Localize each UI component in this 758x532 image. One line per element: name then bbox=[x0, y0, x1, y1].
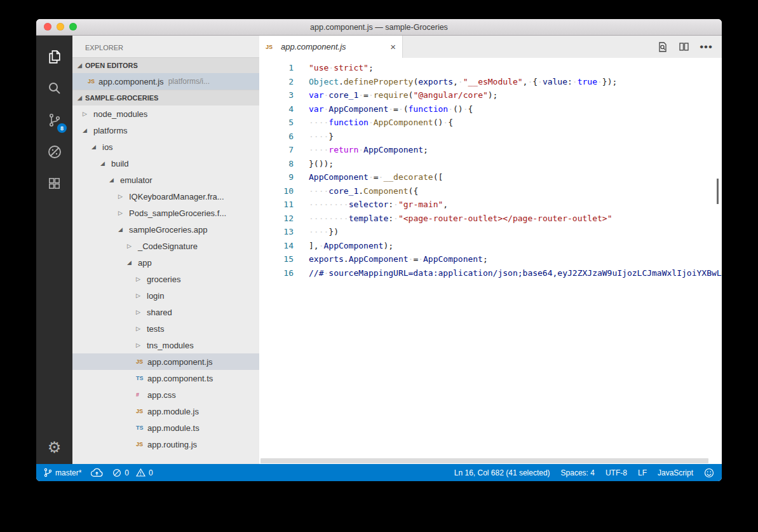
twistie-expanded-icon: ◢ bbox=[78, 62, 82, 69]
line-number[interactable]: 13 bbox=[259, 225, 294, 239]
explorer-sidebar: EXPLORER ◢ OPEN EDITORS JS app.component… bbox=[72, 36, 259, 464]
tree-item-node_modules[interactable]: ▷node_modules bbox=[72, 106, 259, 122]
line-number[interactable]: 4 bbox=[259, 102, 294, 116]
code-line[interactable]: 15exports.AppComponent·=·AppComponent; bbox=[259, 252, 722, 266]
twistie-expanded-icon: ◢ bbox=[127, 259, 137, 266]
line-number[interactable]: 3 bbox=[259, 88, 294, 102]
sync-changes-button[interactable] bbox=[91, 468, 103, 477]
line-number[interactable]: 8 bbox=[259, 157, 294, 171]
eol-status[interactable]: LF bbox=[638, 468, 647, 477]
js-file-icon: JS bbox=[266, 44, 276, 50]
desktop: { "window": { "title": "app.component.js… bbox=[0, 0, 758, 532]
activity-search-button[interactable] bbox=[36, 72, 72, 104]
split-editor-icon[interactable] bbox=[679, 41, 689, 52]
smiley-icon bbox=[704, 468, 714, 478]
line-number[interactable]: 9 bbox=[259, 170, 294, 184]
tree-item-emulator[interactable]: ◢emulator bbox=[72, 172, 259, 188]
code-line[interactable]: 4var·AppComponent·=·(function·()·{ bbox=[259, 102, 722, 116]
folder-section-header[interactable]: ◢ SAMPLE-GROCERIES bbox=[72, 90, 259, 106]
code-line[interactable]: 12········template:·"<page-router-outlet… bbox=[259, 212, 722, 226]
code-line[interactable]: 6····} bbox=[259, 130, 722, 144]
line-number[interactable]: 11 bbox=[259, 198, 294, 212]
tree-item-app.routing.js[interactable]: JSapp.routing.js bbox=[72, 436, 259, 453]
tree-item-app.css[interactable]: #app.css bbox=[72, 386, 259, 403]
scrollbar-thumb[interactable] bbox=[261, 458, 708, 463]
code-line[interactable]: 7····return·AppComponent; bbox=[259, 143, 722, 157]
code-line[interactable]: 11········selector:·"gr-main", bbox=[259, 198, 722, 212]
tree-item-label: platforms bbox=[93, 126, 127, 135]
tree-item-label: tns_modules bbox=[147, 341, 194, 350]
tree-item-_CodeSignature[interactable]: ▷_CodeSignature bbox=[72, 238, 259, 254]
zoom-window-button[interactable] bbox=[69, 23, 77, 31]
code-text: var·core_1·=·require("@angular/core"); bbox=[294, 88, 497, 102]
tree-item-IQKeyboardManager.fra...[interactable]: ▷IQKeyboardManager.fra... bbox=[72, 188, 259, 205]
tree-item-shared[interactable]: ▷shared bbox=[72, 304, 259, 320]
tree-item-Pods_sampleGroceries.f...[interactable]: ▷Pods_sampleGroceries.f... bbox=[72, 205, 259, 221]
tree-item-app.module.js[interactable]: JSapp.module.js bbox=[72, 403, 259, 419]
tree-item-label: sampleGroceries.app bbox=[129, 225, 208, 235]
feedback-smiley-button[interactable] bbox=[704, 468, 714, 478]
open-editors-header[interactable]: ◢ OPEN EDITORS bbox=[72, 57, 259, 73]
gear-icon: ⚙ bbox=[48, 439, 62, 456]
indentation-status[interactable]: Spaces: 4 bbox=[561, 468, 595, 477]
branch-icon bbox=[44, 468, 52, 477]
line-number[interactable]: 5 bbox=[259, 116, 294, 130]
tree-item-tests[interactable]: ▷tests bbox=[72, 320, 259, 337]
code-line[interactable]: 1"use·strict"; bbox=[259, 61, 722, 75]
line-number[interactable]: 6 bbox=[259, 130, 294, 144]
open-editors-label: OPEN EDITORS bbox=[85, 62, 138, 69]
tree-item-app.module.ts[interactable]: TSapp.module.ts bbox=[72, 419, 259, 436]
code-line[interactable]: 2Object.defineProperty(exports,·"__esMod… bbox=[259, 75, 722, 89]
code-line[interactable]: 8}()); bbox=[259, 157, 722, 171]
minimize-window-button[interactable] bbox=[57, 23, 64, 31]
tree-item-ios[interactable]: ◢ios bbox=[72, 139, 259, 155]
line-number[interactable]: 2 bbox=[259, 75, 294, 89]
encoding-status[interactable]: UTF-8 bbox=[606, 468, 627, 477]
find-in-file-icon[interactable] bbox=[657, 41, 668, 53]
settings-gear-button[interactable]: ⚙ bbox=[48, 439, 62, 456]
tree-item-app.component.js[interactable]: JSapp.component.js bbox=[72, 353, 259, 370]
tree-item-build[interactable]: ◢build bbox=[72, 155, 259, 172]
activity-debug-button[interactable] bbox=[36, 136, 72, 168]
code-text: //#·sourceMappingURL=data:application/js… bbox=[294, 266, 722, 280]
tree-item-groceries[interactable]: ▷groceries bbox=[72, 271, 259, 287]
code-editor[interactable]: 1"use·strict";2Object.defineProperty(exp… bbox=[259, 58, 722, 464]
line-number[interactable]: 10 bbox=[259, 184, 294, 198]
code-line[interactable]: 10····core_1.Component({ bbox=[259, 184, 722, 198]
language-mode-status[interactable]: JavaScript bbox=[658, 468, 693, 477]
code-line[interactable]: 14],·AppComponent); bbox=[259, 239, 722, 253]
problems-status[interactable]: 0 0 bbox=[112, 468, 152, 477]
horizontal-scrollbar[interactable] bbox=[261, 458, 713, 463]
line-number[interactable]: 12 bbox=[259, 212, 294, 226]
code-line[interactable]: 5····function·AppComponent()·{ bbox=[259, 116, 722, 130]
open-editor-item[interactable]: JS app.component.js platforms/i... bbox=[72, 73, 259, 90]
code-line[interactable]: 13····}) bbox=[259, 225, 722, 239]
git-branch-status[interactable]: master* bbox=[44, 468, 81, 477]
activity-source-control-button[interactable]: 8 bbox=[36, 104, 72, 136]
tree-item-platforms[interactable]: ◢platforms bbox=[72, 122, 259, 139]
tree-item-login[interactable]: ▷login bbox=[72, 287, 259, 304]
tree-item-sampleGroceries.app[interactable]: ◢sampleGroceries.app bbox=[72, 221, 259, 238]
line-number[interactable]: 16 bbox=[259, 266, 294, 280]
tab-app-component-js[interactable]: JS app.component.js × bbox=[259, 36, 403, 58]
line-number[interactable]: 1 bbox=[259, 61, 294, 75]
line-number[interactable]: 7 bbox=[259, 143, 294, 157]
tree-item-app[interactable]: ◢app bbox=[72, 254, 259, 271]
activity-explorer-button[interactable] bbox=[36, 41, 72, 72]
tree-item-tns_modules[interactable]: ▷tns_modules bbox=[72, 337, 259, 353]
code-line[interactable]: 3var·core_1·=·require("@angular/core"); bbox=[259, 88, 722, 102]
twistie-collapsed-icon: ▷ bbox=[136, 309, 146, 315]
tree-item-app.component.ts[interactable]: TSapp.component.ts bbox=[72, 370, 259, 386]
code-line[interactable]: 16//#·sourceMappingURL=data:application/… bbox=[259, 266, 722, 280]
close-window-button[interactable] bbox=[44, 23, 51, 31]
sidebar-title: EXPLORER bbox=[72, 36, 259, 57]
line-number[interactable]: 14 bbox=[259, 239, 294, 253]
code-line[interactable]: 9AppComponent·=·__decorate([ bbox=[259, 170, 722, 184]
title-bar[interactable]: app.component.js — sample-Groceries bbox=[36, 19, 722, 36]
cursor-position-status[interactable]: Ln 16, Col 682 (41 selected) bbox=[454, 468, 550, 477]
warning-icon bbox=[136, 468, 146, 477]
line-number[interactable]: 15 bbox=[259, 252, 294, 266]
tab-close-icon[interactable]: × bbox=[390, 42, 396, 51]
twistie-expanded-icon: ◢ bbox=[83, 127, 93, 133]
activity-extensions-button[interactable] bbox=[36, 168, 72, 200]
